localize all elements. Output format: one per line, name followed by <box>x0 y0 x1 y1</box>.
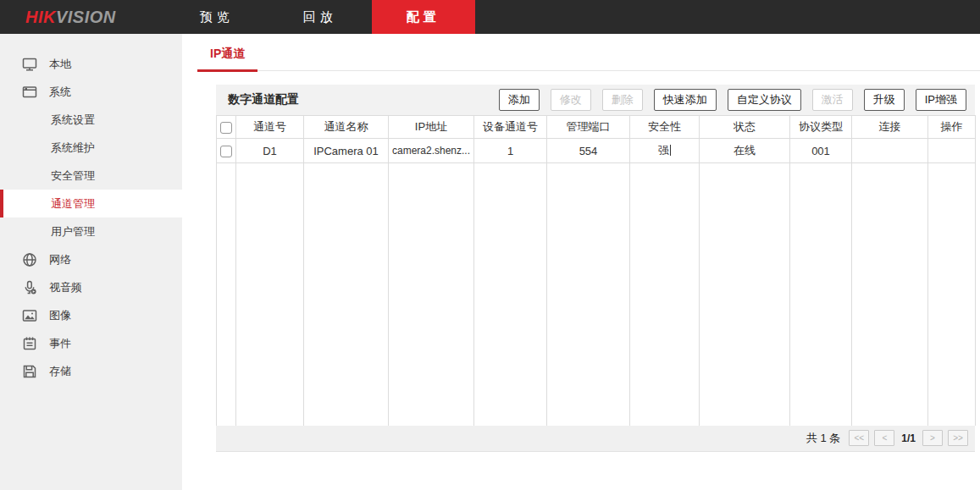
window-icon <box>22 85 37 100</box>
quick-add-button[interactable]: 快速添加 <box>654 89 717 111</box>
sidebar-item-label: 视音频 <box>49 280 82 295</box>
sidebar-item-label: 系统维护 <box>51 140 95 156</box>
storage-icon <box>22 364 37 379</box>
top-tab-playback[interactable]: 回放 <box>269 0 372 34</box>
sidebar-item-audio-video[interactable]: 视音频 <box>0 273 182 301</box>
sidebar-item-storage[interactable]: 存储 <box>0 357 182 385</box>
main-content: IP通道 数字通道配置 添加 修改 删除 快速添加 自定义协议 激活 升级 IP… <box>182 34 980 490</box>
cell-channel-no: D1 <box>236 139 304 163</box>
sidebar-item-security-management[interactable]: 安全管理 <box>0 162 182 190</box>
cell-mgmt-port: 554 <box>547 139 630 163</box>
topbar: HIKVISION 预览 回放 配置 <box>0 0 980 34</box>
sidebar-item-event[interactable]: 事件 <box>0 329 182 357</box>
add-button[interactable]: 添加 <box>499 89 540 111</box>
last-page-button[interactable]: >> <box>948 430 968 446</box>
table-row[interactable]: D1 IPCamera 01 camera2.shenz... 1 554 强 … <box>217 139 976 163</box>
select-all-cell <box>217 116 236 139</box>
sidebar-item-network[interactable]: 网络 <box>0 245 182 273</box>
col-header-channel-no: 通道号 <box>236 116 304 139</box>
logo-vision: VISION <box>56 8 116 26</box>
sidebar-item-label: 通道管理 <box>51 196 95 212</box>
sidebar-item-system[interactable]: 系统 <box>0 78 182 106</box>
cell-protocol-type: 001 <box>790 139 852 163</box>
toolbar-buttons: 添加 修改 删除 快速添加 自定义协议 激活 升级 IP增强 <box>499 89 966 111</box>
channel-table: 通道号 通道名称 IP地址 设备通道号 管理端口 安全性 状态 协议类型 连接 … <box>216 115 976 426</box>
table-header-row: 通道号 通道名称 IP地址 设备通道号 管理端口 安全性 状态 协议类型 连接 … <box>217 116 976 139</box>
digital-channel-panel: 数字通道配置 添加 修改 删除 快速添加 自定义协议 激活 升级 IP增强 <box>216 85 975 452</box>
sidebar-item-label: 本地 <box>49 57 71 72</box>
page-tabs: IP通道 <box>197 34 980 71</box>
delete-button[interactable]: 删除 <box>602 89 643 111</box>
col-header-ip-address: IP地址 <box>389 116 474 139</box>
table-footer: 共 1 条 << < 1/1 > >> <box>216 426 975 452</box>
globe-icon <box>22 252 37 267</box>
event-icon <box>22 336 37 351</box>
sidebar-item-channel-management[interactable]: 通道管理 <box>0 190 182 217</box>
row-select-cell <box>217 139 236 163</box>
empty-table-area <box>217 163 976 426</box>
sidebar-item-local[interactable]: 本地 <box>0 50 182 78</box>
sidebar-item-system-maintenance[interactable]: 系统维护 <box>0 134 182 162</box>
cell-operation <box>928 139 976 163</box>
col-header-operation: 操作 <box>928 116 976 139</box>
panel-toolbar: 数字通道配置 添加 修改 删除 快速添加 自定义协议 激活 升级 IP增强 <box>216 85 975 115</box>
col-header-link: 连接 <box>852 116 928 139</box>
cell-channel-name: IPCamera 01 <box>304 139 389 163</box>
hikvision-logo: HIKVISION <box>25 8 116 27</box>
security-value: 强 <box>658 144 669 157</box>
total-count-label: 共 1 条 <box>806 431 840 446</box>
sidebar-item-label: 网络 <box>49 252 71 267</box>
activate-button[interactable]: 激活 <box>812 89 853 111</box>
ip-enhance-button[interactable]: IP增强 <box>916 89 966 111</box>
col-header-protocol-type: 协议类型 <box>790 116 852 139</box>
sidebar-item-image[interactable]: 图像 <box>0 301 182 329</box>
cell-device-channel: 1 <box>474 139 547 163</box>
cell-link <box>852 139 928 163</box>
top-tab-configuration[interactable]: 配置 <box>372 0 475 34</box>
modify-button[interactable]: 修改 <box>551 89 591 111</box>
first-page-button[interactable]: << <box>849 430 869 446</box>
sidebar-item-label: 事件 <box>49 336 71 351</box>
sidebar-item-label: 存储 <box>49 364 71 379</box>
select-all-checkbox[interactable] <box>220 122 232 134</box>
sidebar-item-label: 安全管理 <box>51 168 95 184</box>
sidebar-item-system-settings[interactable]: 系统设置 <box>0 106 182 134</box>
sidebar-item-label: 用户管理 <box>51 224 95 239</box>
col-header-device-channel: 设备通道号 <box>474 116 547 139</box>
sidebar: 本地 系统 系统设置 系统维护 安全管理 通道管理 用户管理 网络 <box>0 34 182 490</box>
cell-status: 在线 <box>700 139 790 163</box>
audio-video-icon <box>22 280 37 295</box>
next-page-button[interactable]: > <box>922 430 943 446</box>
row-checkbox[interactable] <box>220 146 232 157</box>
top-tab-preview[interactable]: 预览 <box>165 0 269 34</box>
col-header-mgmt-port: 管理端口 <box>547 116 630 139</box>
prev-page-button[interactable]: < <box>874 430 894 446</box>
sidebar-item-label: 系统 <box>49 85 71 100</box>
cell-security: 强 <box>630 139 700 163</box>
panel-title: 数字通道配置 <box>228 92 299 107</box>
logo-hik: HIK <box>25 8 56 26</box>
monitor-icon <box>22 57 37 72</box>
upgrade-button[interactable]: 升级 <box>864 89 905 111</box>
tab-ip-channel[interactable]: IP通道 <box>197 47 257 72</box>
top-nav: 预览 回放 配置 <box>165 0 475 34</box>
page-indicator: 1/1 <box>901 432 916 444</box>
col-header-status: 状态 <box>700 116 790 139</box>
image-icon <box>22 308 37 323</box>
custom-protocol-button[interactable]: 自定义协议 <box>728 89 801 111</box>
sidebar-item-label: 系统设置 <box>51 113 95 128</box>
text-cursor <box>670 145 671 156</box>
sidebar-item-label: 图像 <box>49 308 71 323</box>
col-header-channel-name: 通道名称 <box>304 116 389 139</box>
cell-ip-address: camera2.shenz... <box>389 139 474 163</box>
col-header-security: 安全性 <box>630 116 700 139</box>
sidebar-item-user-management[interactable]: 用户管理 <box>0 217 182 245</box>
